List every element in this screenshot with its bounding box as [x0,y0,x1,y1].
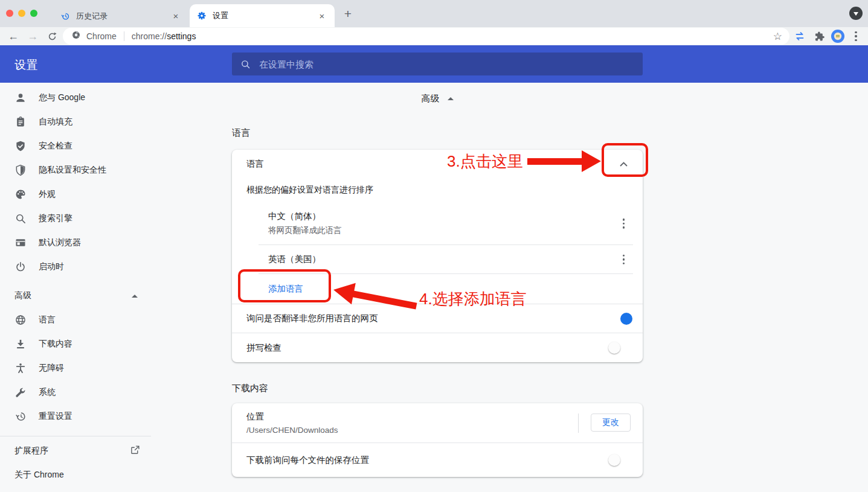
site-label: Chrome [86,31,117,41]
annotation-step3-arrow [527,158,583,165]
ask-where-to-save-label: 下载前询问每个文件的保存位置 [246,455,369,466]
chrome-logo-icon [71,30,81,42]
settings-search-box[interactable] [232,53,643,75]
download-icon [14,338,27,350]
traffic-lights [6,10,37,17]
tab-title: 设置 [213,10,317,21]
close-tab-icon[interactable]: × [170,11,181,22]
minimize-window-button[interactable] [18,10,25,17]
browser-menu-button[interactable] [848,28,864,44]
chevron-up-icon [448,97,454,100]
clipboard-icon [14,116,27,128]
sidebar-item-label: 搜索引擎 [39,213,72,224]
extensions-puzzle-icon[interactable] [811,28,827,44]
sidebar-item-label: 安全检查 [39,141,72,152]
spellcheck-row: 拼写检查 [232,333,643,362]
sidebar-item-label: 默认浏览器 [39,237,81,248]
offer-translate-toggle[interactable] [610,315,631,323]
url-scheme: chrome:// [132,31,167,41]
tab-search-button[interactable] [849,7,863,20]
browser-window-icon [14,237,27,249]
sidebar-item-about-chrome[interactable]: 关于 Chrome [0,463,151,487]
annotation-step4-text: 4.选择添加语言 [419,289,527,310]
spellcheck-toggle[interactable] [610,343,631,352]
language-more-button[interactable] [623,254,625,264]
magnifier-icon [14,212,27,225]
shield-half-icon [14,164,27,176]
download-location-row: 位置 /Users/CHEN/Downloads 更改 [232,403,643,442]
advanced-label: 高级 [422,93,440,104]
wrench-icon [14,386,27,398]
kebab-icon [855,31,857,42]
sidebar-item-on-startup[interactable]: 启动时 [0,255,151,279]
chevron-up-icon [132,295,138,298]
sidebar-item-label: 扩展程序 [14,446,48,456]
person-icon [14,92,27,104]
reload-button[interactable] [44,28,60,44]
tab-settings[interactable]: 设置 × [190,4,335,27]
search-icon [240,59,251,69]
settings-sidebar: 您与 Google 自动填充 安全检查 隐私设置和安全性 外观 搜索引擎 [0,83,151,487]
sidebar-item-extensions[interactable]: 扩展程序 [0,439,151,463]
annotation-step3-highlight-box [602,143,648,177]
gear-icon [197,11,207,21]
language-row-chinese: 中文（简体） 将网页翻译成此语言 [232,202,643,244]
annotation-step3-arrowhead [582,150,601,172]
external-link-icon [130,445,140,457]
shield-check-icon [14,140,27,152]
sidebar-item-system[interactable]: 系统 [0,380,151,404]
sidebar-advanced-toggle[interactable]: 高级 [0,284,151,308]
annotation-step4-highlight-box [238,269,331,302]
sidebar-item-label: 您与 Google [39,92,85,103]
zoom-window-button[interactable] [30,10,37,17]
sidebar-item-label: 自动填充 [39,117,72,127]
offer-translate-label: 询问是否翻译非您所用语言的网页 [246,313,378,324]
location-path: /Users/CHEN/Downloads [246,426,338,435]
browser-toolbar: ← → Chrome chrome:// settings ☆ [0,27,868,45]
swap-arrows-extension-icon[interactable] [792,28,808,44]
sidebar-item-autofill[interactable]: 自动填充 [0,110,151,134]
accessibility-icon [14,362,27,374]
sidebar-item-you-and-google[interactable]: 您与 Google [0,86,151,110]
close-window-button[interactable] [6,10,13,17]
settings-header: 设置 [0,45,868,83]
url-separator [124,31,124,41]
forward-button[interactable]: → [25,28,40,44]
address-bar[interactable]: Chrome chrome:// settings ☆ [63,28,789,45]
languages-card: 语言 根据您的偏好设置对语言进行排序 中文（简体） 将网页翻译成此语言 英语（美… [232,150,643,362]
sidebar-item-privacy[interactable]: 隐私设置和安全性 [0,158,151,182]
chevron-down-icon [854,12,858,16]
change-location-button[interactable]: 更改 [591,414,631,432]
sidebar-item-search-engine[interactable]: 搜索引擎 [0,206,151,231]
ask-where-to-save-toggle[interactable] [610,456,631,464]
annotation-step3-text: 3.点击这里 [447,151,523,172]
profile-avatar[interactable] [830,28,846,44]
globe-icon [14,314,27,326]
sidebar-item-downloads[interactable]: 下载内容 [0,332,151,356]
language-name: 中文（简体） [268,211,321,222]
sidebar-advanced-label: 高级 [14,290,31,301]
ask-where-to-save-row: 下载前询问每个文件的保存位置 [232,443,643,477]
tab-history[interactable]: 历史记录 × [53,5,188,27]
new-tab-button[interactable]: + [339,5,356,22]
sidebar-item-default-browser[interactable]: 默认浏览器 [0,231,151,255]
vertical-divider [578,414,579,433]
downloads-card: 位置 /Users/CHEN/Downloads 更改 下载前询问每个文件的保存… [232,403,643,477]
languages-section-title: 语言 [232,127,250,139]
location-label: 位置 [246,411,264,423]
language-order-hint: 根据您的偏好设置对语言进行排序 [232,178,643,202]
advanced-collapse-toggle[interactable]: 高级 [232,91,643,106]
power-icon [14,261,27,273]
language-more-button[interactable] [623,219,625,229]
sidebar-item-appearance[interactable]: 外观 [0,182,151,206]
sidebar-item-languages[interactable]: 语言 [0,308,151,332]
close-tab-icon[interactable]: × [317,10,327,21]
back-button[interactable]: ← [5,28,21,44]
sidebar-item-reset[interactable]: 重置设置 [0,404,151,429]
sidebar-divider [0,436,151,436]
sidebar-item-accessibility[interactable]: 无障碍 [0,356,151,380]
sidebar-item-safety-check[interactable]: 安全检查 [0,134,151,158]
annotation-step4-arrowhead [332,279,356,304]
bookmark-star-icon[interactable]: ☆ [773,30,782,43]
settings-search-input[interactable] [259,59,634,69]
